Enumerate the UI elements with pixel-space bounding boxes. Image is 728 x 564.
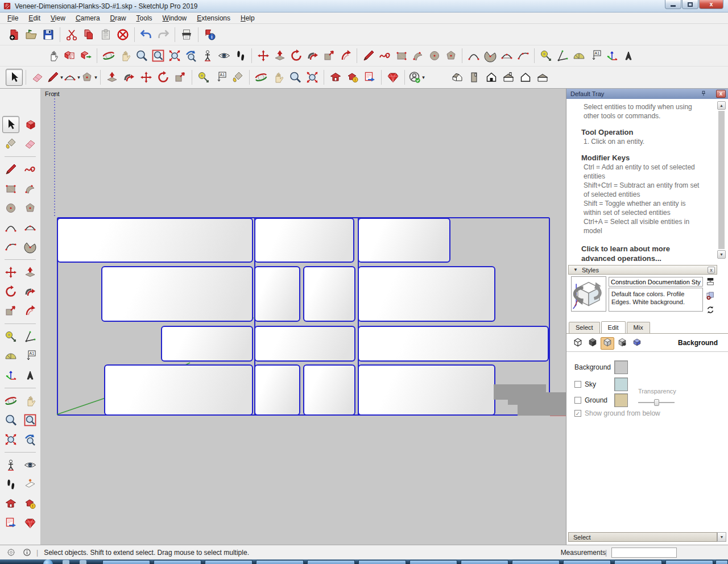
redo-button[interactable]	[155, 26, 172, 43]
polygon-button[interactable]	[22, 201, 38, 216]
paint-bucket-button[interactable]	[229, 69, 246, 86]
zoom-button[interactable]	[3, 413, 18, 428]
background-color-swatch[interactable]	[614, 360, 628, 374]
orbit-button[interactable]	[100, 48, 117, 64]
rectangle-button[interactable]	[393, 48, 410, 64]
front-view-button[interactable]	[483, 69, 500, 86]
push-pull-button[interactable]	[22, 265, 38, 280]
maximize-button[interactable]	[682, 0, 698, 9]
line-button[interactable]: ▾	[46, 69, 63, 86]
push-pull-button[interactable]	[104, 69, 121, 86]
styles-panel-header[interactable]: ▼ Styles x	[568, 265, 717, 275]
plank-3[interactable]	[358, 218, 450, 263]
plank-5[interactable]	[254, 266, 300, 322]
sky-color-swatch[interactable]	[614, 378, 628, 391]
plank-9[interactable]	[254, 326, 355, 362]
print-button[interactable]	[178, 26, 195, 43]
back-view-button[interactable]	[517, 69, 534, 86]
component-exchange-button[interactable]	[77, 48, 94, 64]
new-file-button[interactable]	[6, 26, 23, 43]
tab-select[interactable]: Select	[569, 322, 600, 333]
line-button[interactable]	[3, 162, 18, 177]
position-camera-button[interactable]	[3, 458, 18, 473]
tape-measure-button[interactable]	[537, 48, 554, 64]
follow-me-button[interactable]	[22, 284, 38, 300]
follow-me-button[interactable]	[304, 48, 321, 64]
taskbar-window-button[interactable]	[715, 560, 728, 564]
walk-button[interactable]	[3, 477, 18, 492]
plank-2[interactable]	[254, 218, 354, 263]
walk-button[interactable]	[232, 48, 249, 64]
instructor-info-button[interactable]	[22, 548, 32, 557]
taskbar-window-button[interactable]	[410, 560, 457, 564]
model-info-button[interactable]: i	[201, 26, 218, 43]
top-view-button[interactable]	[466, 69, 483, 86]
slider-thumb[interactable]	[654, 399, 659, 406]
send-to-layout-button[interactable]	[3, 516, 18, 531]
select-button[interactable]	[2, 116, 19, 133]
pan-button[interactable]	[270, 69, 287, 86]
model-organizer-button[interactable]	[61, 48, 77, 64]
section-plane-button[interactable]	[22, 477, 38, 492]
measurements-input[interactable]	[611, 548, 677, 558]
taskbar-window-button[interactable]	[307, 560, 355, 564]
dimension-button[interactable]	[554, 48, 570, 64]
freehand-button[interactable]	[22, 162, 38, 177]
tape-measure-button[interactable]	[3, 329, 18, 345]
eraser-button[interactable]	[22, 136, 38, 152]
right-view-button[interactable]	[500, 69, 517, 86]
position-camera-button[interactable]	[199, 48, 216, 64]
menu-window[interactable]: Window	[158, 13, 192, 23]
plank-12[interactable]	[254, 364, 300, 416]
make-component-button[interactable]	[23, 117, 39, 132]
extension-warehouse-button[interactable]	[384, 69, 402, 86]
plank-joint-edge[interactable]	[254, 218, 255, 415]
text-button[interactable]: A1	[587, 48, 603, 64]
rotate-button[interactable]	[288, 48, 304, 64]
rotated-rectangle-button[interactable]	[410, 48, 426, 64]
rotated-rectangle-button[interactable]	[22, 181, 38, 197]
taskbar-window-button[interactable]	[512, 560, 560, 564]
follow-me-button[interactable]	[121, 69, 138, 86]
scroll-down-button[interactable]: ▼	[717, 250, 726, 259]
arc-button[interactable]	[3, 220, 18, 235]
rotate-button[interactable]	[3, 284, 18, 300]
arc-button[interactable]	[465, 48, 482, 64]
select-button[interactable]	[6, 69, 23, 86]
pin-icon[interactable]	[700, 90, 708, 98]
taskbar-window-button[interactable]	[205, 560, 253, 564]
taskbar-window-button[interactable]	[614, 560, 662, 564]
ground-checkbox[interactable]	[574, 397, 581, 404]
menu-help[interactable]: Help	[235, 13, 260, 23]
three-point-arc-button[interactable]	[515, 48, 531, 64]
plank-1[interactable]	[57, 218, 253, 263]
scale-button[interactable]	[321, 48, 337, 64]
tray-close-button[interactable]: x	[716, 90, 726, 98]
undo-button[interactable]	[138, 26, 155, 43]
scrollbar-thumb[interactable]	[718, 111, 725, 249]
dropdown-arrow-icon[interactable]: ▾	[422, 74, 425, 80]
rotate-button[interactable]	[155, 69, 172, 86]
background-settings-button[interactable]	[601, 337, 614, 350]
taskbar-window-button[interactable]	[256, 560, 304, 564]
plank-7[interactable]	[358, 266, 495, 322]
taskbar-pinned-icon[interactable]	[80, 560, 86, 564]
modeling-settings-button[interactable]	[630, 337, 644, 350]
paint-bucket-button[interactable]	[3, 136, 18, 152]
sky-checkbox[interactable]	[574, 381, 581, 388]
polygon-button[interactable]: ▾	[80, 69, 97, 86]
cut-button[interactable]	[63, 26, 80, 43]
secondary-pane-button[interactable]	[705, 276, 715, 287]
axes-button[interactable]	[603, 48, 620, 64]
zoom-button[interactable]	[133, 48, 150, 64]
left-view-button[interactable]	[534, 69, 551, 86]
zoom-window-button[interactable]	[150, 48, 166, 64]
text-button[interactable]: A1	[212, 69, 229, 86]
protractor-button[interactable]	[570, 48, 587, 64]
two-point-arc-button[interactable]: ▾	[63, 69, 80, 86]
pan-button[interactable]	[117, 48, 133, 64]
edge-settings-button[interactable]	[571, 337, 585, 350]
send-to-layout-button[interactable]	[361, 69, 378, 86]
instructor-advanced-link[interactable]: Click to learn about more advanced opera…	[581, 244, 704, 263]
polygon-button[interactable]	[442, 48, 459, 64]
